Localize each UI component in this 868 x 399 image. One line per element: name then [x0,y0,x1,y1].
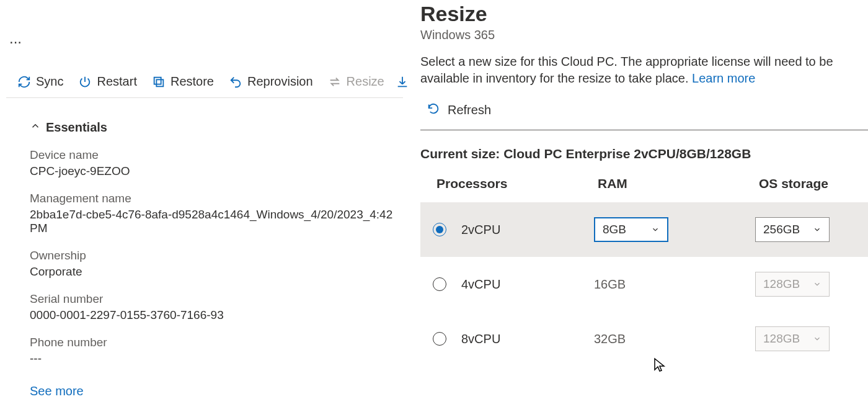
sync-label: Sync [36,74,63,89]
current-size: Current size: Cloud PC Enterprise 2vCPU/… [420,146,868,161]
overflow-menu[interactable]: ... [6,0,403,74]
chevron-up-icon [30,120,41,135]
see-more-link[interactable]: See more [30,384,84,398]
undo-icon [229,75,242,89]
col-ram: RAM [598,176,759,191]
resize-button: Resize [328,74,384,89]
essentials-toggle[interactable]: Essentials [30,120,107,135]
panel-title: Resize [420,2,868,25]
current-size-label: Current size: [420,146,500,161]
resize-label: Resize [347,74,384,89]
download-button[interactable] [396,75,409,89]
sync-button[interactable]: Sync [17,74,63,89]
management-name-label: Management name [30,192,397,205]
radio-8vcpu[interactable] [433,332,446,346]
size-row-2vcpu[interactable]: 2vCPU8GB256GB [420,202,868,257]
svg-rect-1 [156,79,163,86]
current-size-value: Cloud PC Enterprise 2vCPU/8GB/128GB [503,146,751,161]
panel-subtitle: Windows 365 [420,28,868,42]
phone-value: --- [30,352,397,365]
storage-select[interactable]: 256GB [755,217,830,242]
power-icon [78,75,92,89]
ownership-label: Ownership [30,249,397,262]
size-table: Processors RAM OS storage 2vCPU8GB256GB4… [420,176,868,366]
ram-value: 32GB [594,332,626,346]
radio-2vcpu[interactable] [433,223,446,236]
restore-button[interactable]: Restore [152,74,214,89]
essentials-label: Essentials [46,120,107,135]
proc-label: 2vCPU [461,223,500,237]
restart-button[interactable]: Restart [78,74,136,89]
management-name-value: 2bba1e7d-cbe5-4c76-8afa-d9528a4c1464_Win… [30,208,397,235]
phone-label: Phone number [30,336,397,349]
size-row-4vcpu[interactable]: 4vCPU16GB128GB [420,257,868,312]
restart-label: Restart [97,74,136,89]
reprovision-button[interactable]: Reprovision [229,74,313,89]
proc-label: 8vCPU [461,332,500,346]
sync-icon [17,75,31,89]
size-row-8vcpu[interactable]: 8vCPU32GB128GB [420,312,868,366]
col-processors: Processors [436,176,598,191]
proc-label: 4vCPU [461,277,500,292]
storage-select: 128GB [755,326,830,351]
restore-icon [152,75,166,89]
radio-4vcpu[interactable] [433,277,446,291]
learn-more-link[interactable]: Learn more [692,71,755,85]
serial-value: 0000-0001-2297-0155-3760-7166-93 [30,308,397,322]
toolbar: Sync Restart Restore Reprovision [6,74,403,98]
col-storage: OS storage [759,176,868,191]
ram-select[interactable]: 8GB [594,217,668,242]
download-icon [396,75,409,89]
serial-label: Serial number [30,292,397,306]
device-name-value: CPC-joeyc-9EZOO [30,164,397,178]
ownership-value: Corporate [30,265,397,279]
reprovision-label: Reprovision [247,74,313,89]
swap-icon [328,75,342,89]
refresh-label: Refresh [448,103,491,117]
panel-description: Select a new size for this Cloud PC. The… [420,53,868,87]
storage-select: 128GB [755,272,830,297]
refresh-icon [427,102,440,119]
svg-rect-0 [154,77,161,84]
refresh-button[interactable]: Refresh [420,99,868,130]
panel-desc-text: Select a new size for this Cloud PC. The… [420,55,833,85]
device-name-label: Device name [30,148,397,162]
restore-label: Restore [170,74,214,89]
ram-value: 16GB [594,277,626,291]
